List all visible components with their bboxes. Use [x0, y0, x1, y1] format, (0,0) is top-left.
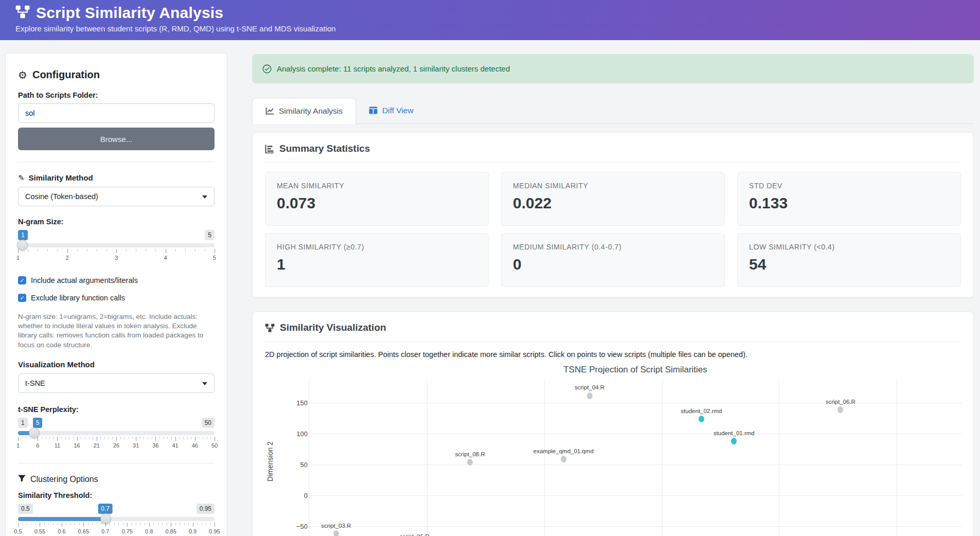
tick-label: 0.65 — [78, 528, 89, 534]
scatter-point[interactable] — [561, 456, 566, 462]
tick-mark — [18, 523, 19, 527]
tick-mark — [155, 249, 156, 252]
project-diagram-icon — [265, 324, 275, 332]
tick-mark — [215, 437, 215, 441]
gridline — [309, 380, 309, 536]
tick-mark — [87, 249, 87, 252]
stat-label: MEDIAN SIMILARITY — [513, 182, 713, 190]
tick-mark — [18, 249, 19, 253]
tick-mark — [114, 523, 115, 525]
tick-mark — [132, 437, 133, 439]
tick-mark — [118, 523, 119, 525]
scatter-point[interactable] — [731, 438, 737, 444]
tick-mark — [105, 523, 106, 527]
tick-mark — [45, 437, 46, 439]
tick-mark — [40, 523, 40, 527]
threshold-slider: 0.5 0.7 0.95 0.50.550.60.650.70.750.80.8… — [18, 504, 215, 536]
tick-mark — [148, 437, 148, 439]
configuration-panel: ⚙ Configuration Path to Scripts Folder: … — [5, 53, 227, 536]
tick-mark — [77, 249, 78, 252]
stat-box: MEAN SIMILARITY0.073 — [265, 172, 489, 226]
tick-label: 50 — [211, 442, 218, 449]
tick-mark — [97, 249, 97, 252]
slider-track[interactable] — [18, 517, 215, 521]
point-label: example_qmd_01.qmd — [533, 448, 594, 454]
point-label: student_01.rmd — [714, 430, 755, 436]
ngram-help-text: N-gram size: 1=unigrams, 2=bigrams, etc.… — [18, 312, 215, 350]
point-label: student_02.rmd — [681, 408, 722, 414]
tick-mark — [83, 523, 84, 527]
tick-mark — [116, 437, 117, 441]
tick-mark — [42, 437, 42, 439]
scatter-point[interactable] — [587, 392, 593, 399]
tab-diff-view[interactable]: Diff View — [356, 97, 426, 123]
tick-mark — [49, 437, 50, 439]
scatter-point[interactable] — [838, 406, 843, 413]
tab-bar: Similarity Analysis Diff View — [252, 98, 974, 124]
tick-mark — [193, 523, 193, 527]
stat-box: MEDIUM SIMILARITY (0.4-0.7)0 — [501, 233, 725, 287]
slider-track[interactable] — [18, 243, 215, 247]
tick-mark — [38, 437, 38, 441]
tick-mark — [89, 437, 90, 439]
similarity-method-select[interactable]: Cosine (Token-based) — [18, 187, 215, 206]
analysis-complete-alert: Analysis complete: 11 scripts analyzed, … — [252, 54, 974, 83]
slider-track[interactable] — [18, 431, 215, 435]
tick-label: 0.7 — [101, 528, 109, 534]
tick-mark — [30, 437, 30, 439]
filter-icon — [18, 475, 26, 484]
gridline — [309, 403, 962, 403]
tick-mark — [126, 249, 127, 252]
tick-label: 41 — [172, 442, 178, 449]
point-label: script_04.R — [575, 384, 604, 390]
tick-mark — [28, 249, 28, 252]
app-header: Script Similarity Analysis Explore simil… — [0, 0, 980, 40]
perplexity-label: t-SNE Perplexity: — [18, 405, 215, 414]
tick-mark — [93, 437, 93, 439]
tick-mark — [171, 523, 171, 527]
tick-mark — [175, 437, 176, 441]
tick-label: 0.85 — [165, 528, 176, 534]
tick-mark — [145, 523, 145, 525]
similarity-method-value: Cosine (Token-based) — [25, 192, 98, 201]
tick-mark — [171, 437, 172, 439]
tick-mark — [47, 249, 48, 252]
stats-grid: MEAN SIMILARITY0.073MEDIAN SIMILARITY0.0… — [265, 172, 961, 287]
tick-mark — [61, 437, 62, 439]
stat-value: 1 — [277, 256, 477, 273]
viz-method-select[interactable]: t-SNE — [18, 373, 215, 393]
tick-mark — [155, 437, 156, 441]
slider-max-bubble: 0.95 — [197, 504, 215, 514]
tick-mark — [57, 437, 58, 441]
tick-mark — [153, 523, 154, 525]
tick-mark — [144, 437, 144, 439]
path-input[interactable] — [18, 103, 215, 123]
perplexity-slider: 1 5 50 16111621263136414650 — [18, 418, 215, 455]
scatter-point[interactable] — [699, 416, 704, 422]
stat-label: MEDIUM SIMILARITY (0.4-0.7) — [513, 243, 713, 251]
tick-mark — [146, 249, 146, 252]
stat-box: MEDIAN SIMILARITY0.022 — [501, 172, 725, 226]
tick-mark — [100, 437, 101, 439]
tick-mark — [75, 523, 75, 525]
y-axis-title: Dimension 2 — [266, 441, 274, 481]
gridline — [309, 434, 962, 434]
tick-mark — [79, 523, 80, 525]
browse-button[interactable]: Browse... — [18, 128, 215, 150]
tick-mark — [197, 523, 198, 525]
tick-mark — [44, 523, 45, 525]
scatter-point[interactable] — [333, 530, 339, 536]
gridline — [897, 380, 897, 536]
tick-mark — [57, 523, 58, 525]
exclude-library-checkbox[interactable]: ✓ Exclude library function calls — [18, 294, 215, 302]
stat-value: 54 — [749, 256, 949, 273]
project-diagram-icon — [15, 5, 30, 21]
tab-similarity-analysis[interactable]: Similarity Analysis — [252, 98, 356, 124]
slider-min-bubble: 0.5 — [18, 504, 33, 514]
tick-mark — [184, 523, 185, 525]
tick-mark — [152, 437, 152, 439]
page-title: Script Similarity Analysis — [36, 4, 223, 22]
tick-mark — [77, 437, 78, 441]
tick-label: 3 — [115, 255, 118, 261]
include-actuals-checkbox[interactable]: ✓ Include actual arguments/literals — [18, 276, 215, 284]
